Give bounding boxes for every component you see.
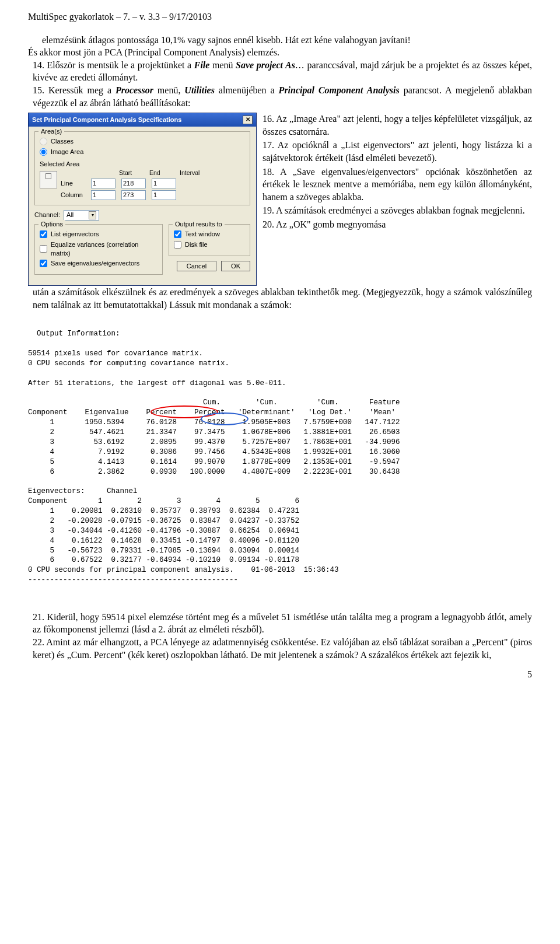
label: Disk file [185, 240, 208, 249]
check-disk-file[interactable]: Disk file [174, 240, 245, 249]
line-interval-input[interactable] [152, 179, 176, 188]
label: Text window [185, 230, 220, 239]
output-text-block: Output Information: 59514 pixels used fo… [28, 319, 532, 604]
areas-group: Area(s) Classes Image Area Selected Area… [34, 131, 250, 205]
doc-header: MultiSpec gyakorlatok – 7. – v. 3.3 – 9/… [28, 11, 532, 23]
para-intro-2: És akkor most jön a PCA (Principal Compo… [28, 46, 532, 59]
col-start-input[interactable] [91, 190, 116, 200]
label: Save eigenvalues/eigenvectors [51, 259, 139, 268]
step-18: 18. A „Save eigenvalues/eigenvectors" op… [262, 166, 532, 204]
label: Classes [51, 137, 74, 146]
options-label: Options [38, 220, 65, 229]
step-14: 14. Először is mentsük le a projektünket… [33, 59, 532, 84]
step-20b: után a számítások elkészülnek és az ered… [33, 286, 532, 311]
line-end-input[interactable] [121, 179, 146, 188]
col-end-input[interactable] [121, 190, 146, 200]
ok-button[interactable]: OK [221, 261, 250, 271]
cancel-button[interactable]: Cancel [177, 261, 216, 271]
dialog-titlebar: Set Principal Component Analysis Specifi… [29, 113, 256, 127]
em-pca: Principal Component Analysis [279, 85, 400, 95]
options-group: Options List eigenvectors Equalize varia… [34, 224, 163, 275]
step-17: 17. Az opcióknál a „List eigenvectors" a… [262, 139, 532, 164]
em-save: Save project As [236, 60, 295, 70]
check-list-eigenvectors[interactable]: List eigenvectors [40, 230, 158, 239]
chevron-down-icon: ▾ [89, 211, 96, 219]
step-20a: 20. Az „OK" gomb megnyomása [262, 218, 532, 231]
col-end: End [149, 169, 177, 177]
label: Image Area [51, 148, 83, 156]
em-processor: Processor [116, 85, 153, 95]
step-21: 21. Kiderül, hogy 59514 pixel elemzése t… [33, 611, 532, 636]
channel-dropdown[interactable]: All ▾ [64, 210, 99, 221]
check-equalize-variances[interactable]: Equalize variances (correlation matrix) [40, 240, 158, 258]
line-start-input[interactable] [91, 179, 116, 188]
line-label: Line [61, 179, 89, 188]
close-icon[interactable]: ✕ [243, 116, 253, 124]
step-22: 22. Amint az már elhangzott, a PCA lénye… [33, 636, 532, 661]
dialog-title: Set Principal Component Analysis Specifi… [32, 116, 181, 124]
output-label: Output results to [173, 220, 225, 229]
text: almenüjében a [215, 85, 279, 95]
output-group: Output results to Text window Disk file [169, 224, 250, 256]
text: 15. Keressük meg a [33, 85, 116, 95]
col-interval: Interval [180, 169, 208, 177]
text: menü, [153, 85, 184, 95]
pca-dialog: Set Principal Component Analysis Specifi… [28, 113, 257, 286]
col-interval-input[interactable] [152, 190, 176, 200]
step-19: 19. A számítások eredményei a szöveges a… [262, 204, 532, 217]
step-15: 15. Keressük meg a Processor menü, Utili… [33, 84, 532, 109]
em-file: File [194, 60, 210, 70]
selected-area-label: Selected Area [40, 160, 245, 169]
text: menü [209, 60, 236, 70]
para-intro-1: elemzésünk átlagos pontossága 10,1% vagy… [28, 34, 532, 47]
column-label: Column [61, 191, 89, 200]
col-start: Start [119, 169, 147, 177]
output-pre: Output Information: 59514 pixels used fo… [28, 330, 400, 584]
page-number: 5 [28, 668, 532, 681]
channel-value: All [66, 211, 74, 219]
check-save-eigen[interactable]: Save eigenvalues/eigenvectors [40, 259, 158, 268]
step-16: 16. Az „Image Area" azt jelenti, hogy a … [262, 113, 532, 138]
channel-label: Channel: [34, 211, 60, 219]
radio-classes[interactable]: Classes [40, 137, 245, 146]
label: Equalize variances (correlation matrix) [51, 240, 158, 258]
area-preview-icon[interactable] [40, 171, 57, 188]
label: List eigenvectors [51, 230, 99, 239]
areas-label: Area(s) [38, 127, 64, 136]
text: 14. Először is mentsük le a projektünket… [33, 60, 194, 70]
em-utilities: Utilities [184, 85, 215, 95]
radio-image-area[interactable]: Image Area [40, 148, 245, 156]
check-text-window[interactable]: Text window [174, 230, 245, 239]
